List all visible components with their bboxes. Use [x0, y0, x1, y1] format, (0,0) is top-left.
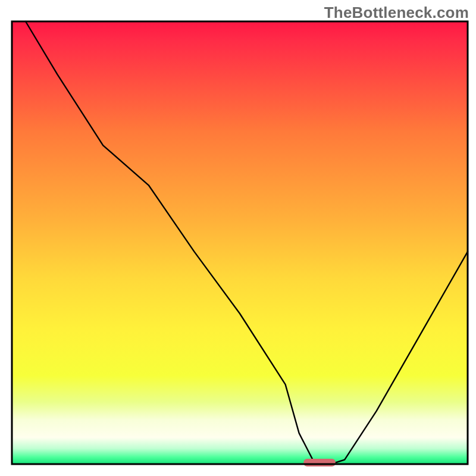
plot-area — [12, 21, 468, 466]
gradient-background — [12, 21, 468, 464]
watermark-text: TheBottleneck.com — [324, 4, 469, 22]
bottleneck-chart — [0, 0, 476, 476]
optimal-marker — [303, 459, 336, 466]
chart-container: TheBottleneck.com — [0, 0, 476, 476]
